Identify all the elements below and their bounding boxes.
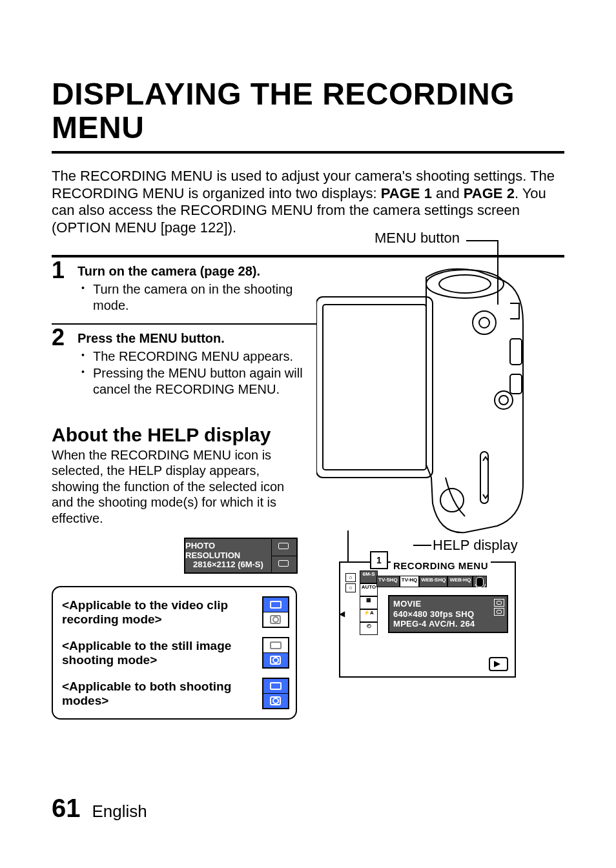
step-2-bullet-1: The RECORDING MENU appears. <box>93 348 316 364</box>
screen-left-chip-column: 6M-S AUTO ▦ ⚡A ◴ <box>360 570 378 635</box>
video-mode-icon <box>272 539 296 556</box>
left-chip-flash-text: A <box>370 610 374 616</box>
step-2-head: Press the MENU button. <box>77 331 316 346</box>
left-chip-6ms: 6M-S <box>360 570 378 583</box>
legend-icons-still <box>262 637 289 669</box>
photo-mode-icon <box>263 653 288 667</box>
recording-menu-screen: 1 RECORDING MENU ⌂ ⌂ ◀ 6M-S AUTO ▦ ⚡A ◴ … <box>339 561 516 678</box>
video-mode-icon <box>494 599 504 607</box>
tab-webhq: WEB·HQ <box>447 576 473 587</box>
photo-mode-icon <box>263 612 288 627</box>
svg-point-8 <box>440 489 464 512</box>
svg-rect-10 <box>510 374 522 394</box>
svg-rect-0 <box>316 297 433 478</box>
help-display-leader <box>413 545 431 546</box>
side-cell-1: ⌂ <box>345 573 356 582</box>
video-mode-icon <box>263 638 288 653</box>
highlight-mode-icons <box>494 599 504 616</box>
svg-point-2 <box>426 270 504 298</box>
left-scroll-arrow-icon: ◀ <box>339 609 345 618</box>
help-body: When the RECORDING MENU icon is selected… <box>52 447 297 526</box>
svg-point-6 <box>495 391 513 409</box>
step-1-head: Turn on the camera (page 28). <box>77 264 316 279</box>
svg-point-4 <box>473 311 496 334</box>
help-display-label: HELP display <box>433 538 518 552</box>
tab-tvhq: TV·HQ <box>400 576 419 587</box>
mode-legend-box: <Applicable to the video clip recording … <box>52 586 297 720</box>
svg-rect-9 <box>510 339 522 365</box>
page-language: English <box>92 802 147 822</box>
left-chip-auto: AUTO <box>360 583 378 596</box>
step-1-number: 1 <box>52 257 77 282</box>
tab-mic-icon <box>473 576 487 587</box>
hb-line-3: MPEG-4 AVC/H. 264 <box>393 619 503 629</box>
video-mode-icon <box>263 598 288 612</box>
legend-icons-both <box>262 678 289 709</box>
legend-icons-video <box>262 596 289 628</box>
photo-mode-icon <box>272 556 296 573</box>
menu-button-label: MENU button <box>375 231 460 245</box>
svg-point-3 <box>439 275 491 293</box>
quality-tab-row: TV·SHQ TV·HQ WEB·SHQ WEB·HQ <box>376 576 509 587</box>
page-number: 61 <box>52 794 81 823</box>
intro-and: and <box>432 185 464 201</box>
left-chip-timer: ◴ <box>360 622 378 635</box>
intro-line1: The RECORDING MENU is used to adjust you… <box>52 168 526 184</box>
legend-text-still: <Applicable to the still image shooting … <box>62 639 257 667</box>
step-2-number: 2 <box>52 325 77 349</box>
photo-resolution-chip: PHOTO RESOLUTION 2816×2112 (6M-S) <box>184 538 298 574</box>
step-1: 1 Turn on the camera (page 28). Turn the… <box>52 257 316 323</box>
photo-chip-mode-icons <box>271 538 298 574</box>
page-footer: 61 English <box>52 794 147 823</box>
left-chip-3: ▦ <box>360 596 378 609</box>
help-highlight-box: MOVIE 640×480 30fps SHQ MPEG-4 AVC/H. 26… <box>388 595 508 633</box>
svg-rect-1 <box>323 305 426 470</box>
recording-menu-title: RECORDING MENU <box>391 560 491 571</box>
page-title: DISPLAYING THE RECORDING MENU <box>52 77 564 154</box>
tab-webshq: WEB·SHQ <box>419 576 447 587</box>
step-2: 2 Press the MENU button. The RECORDING M… <box>52 323 316 407</box>
hb-line-1: MOVIE <box>393 599 503 609</box>
legend-text-both: <Applicable to both shooting modes> <box>62 680 257 708</box>
photo-mode-icon <box>494 608 504 616</box>
tab-tvshq: TV·SHQ <box>376 576 400 587</box>
step-1-bullet-1: Turn the camera on in the shooting mode. <box>93 281 316 313</box>
svg-point-7 <box>499 396 508 405</box>
side-cell-2: ⌂ <box>345 583 356 592</box>
photo-chip-line1: PHOTO RESOLUTION <box>185 541 271 561</box>
legend-text-video: <Applicable to the video clip recording … <box>62 598 257 627</box>
menu-button-leader-h <box>466 240 498 241</box>
intro-page2-bold: PAGE 2 <box>464 185 515 201</box>
step-2-bullet-2: Pressing the MENU button again will canc… <box>93 365 316 397</box>
hb-line-2: 640×480 30fps SHQ <box>393 609 503 620</box>
intro-page1-bold: PAGE 1 <box>381 185 432 201</box>
screen-side-column: ⌂ ⌂ ◀ <box>345 573 356 657</box>
microphone-icon <box>476 577 484 587</box>
svg-point-5 <box>479 318 489 328</box>
photo-chip-line2: 2816×2112 (6M-S) <box>193 560 263 570</box>
video-mode-icon <box>263 679 288 694</box>
recording-menu-page-chip: 1 <box>370 551 388 569</box>
photo-mode-icon <box>263 694 288 708</box>
camera-illustration <box>316 245 542 542</box>
next-page-arrow-icon <box>489 657 508 671</box>
left-chip-flash: ⚡A <box>360 609 378 622</box>
